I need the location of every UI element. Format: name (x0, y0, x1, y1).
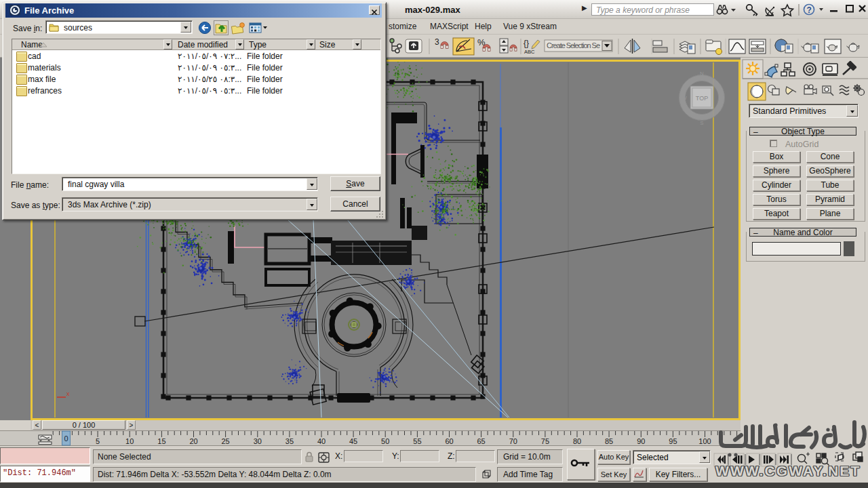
svg-text:60: 60 (445, 437, 453, 445)
svg-text:85: 85 (605, 437, 613, 445)
svg-text:ABC: ABC (524, 49, 535, 55)
svg-text:TOP: TOP (696, 95, 708, 102)
svg-text:S: S (700, 120, 703, 126)
svg-text:80: 80 (573, 437, 581, 445)
svg-text:40: 40 (317, 437, 326, 445)
svg-text:15: 15 (157, 437, 165, 445)
svg-text:50: 50 (381, 437, 389, 445)
svg-text:E: E (718, 95, 722, 101)
svg-text:x: x (66, 390, 70, 397)
svg-text:N: N (700, 70, 704, 77)
svg-text:95: 95 (669, 437, 677, 445)
svg-text:10: 10 (125, 437, 134, 445)
svg-text:{}: {} (524, 39, 529, 48)
svg-text:0: 0 (64, 434, 68, 443)
svg-text:70: 70 (509, 437, 517, 445)
svg-text:?: ? (807, 5, 812, 15)
svg-text:5: 5 (96, 437, 100, 445)
svg-text:65: 65 (477, 437, 485, 445)
svg-text:45: 45 (349, 437, 357, 445)
svg-text:3: 3 (435, 37, 439, 47)
svg-text:30: 30 (254, 437, 262, 445)
svg-text:90: 90 (637, 437, 645, 445)
svg-text:35: 35 (285, 437, 294, 445)
svg-text:55: 55 (413, 437, 421, 445)
svg-text:75: 75 (541, 437, 549, 445)
svg-text:W: W (682, 95, 687, 101)
svg-text:25: 25 (221, 437, 229, 445)
svg-text:Create Selection Se: Create Selection Se (547, 41, 600, 49)
svg-text:20: 20 (189, 437, 197, 445)
